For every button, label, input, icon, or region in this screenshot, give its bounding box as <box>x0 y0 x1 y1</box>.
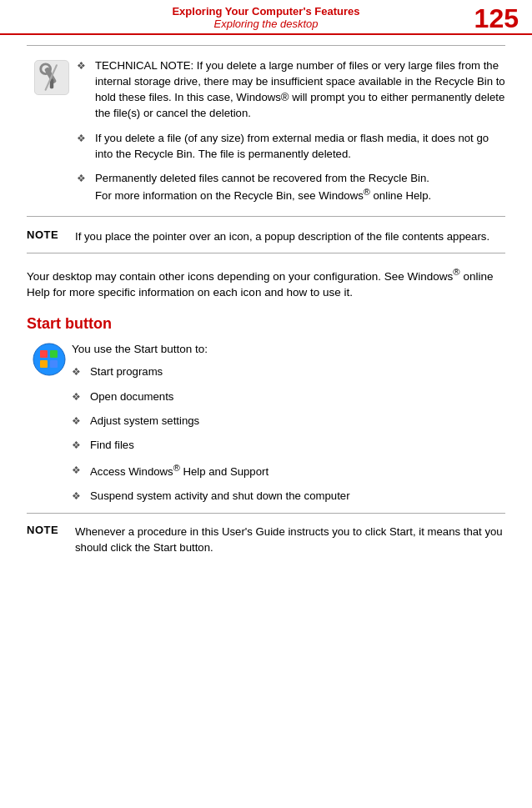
bullet-diamond: ❖ <box>72 414 83 429</box>
bullet-diamond: ❖ <box>77 172 88 204</box>
bullet-diamond: ❖ <box>72 390 83 404</box>
svg-point-5 <box>33 344 65 375</box>
windows-logo-icon <box>33 343 66 376</box>
note-block-2: NOTE Whenever a procedure in this User's… <box>27 513 505 562</box>
start-bullet-list: ❖ Start programs ❖ Open documents ❖ Adju… <box>72 364 505 504</box>
svg-rect-7 <box>50 350 58 358</box>
start-bullet-5: Suspend system activity and shut down th… <box>90 488 350 504</box>
list-item: ❖ If you delete a file (of any size) fro… <box>77 130 505 162</box>
list-item: ❖ Adjust system settings <box>72 413 505 429</box>
start-section: You use the Start button to: ❖ Start pro… <box>27 341 505 504</box>
svg-rect-9 <box>50 360 58 368</box>
page-header: Exploring Your Computer's Features Explo… <box>0 0 532 35</box>
wrench-icon <box>33 59 70 96</box>
note-text-2: Whenever a procedure in this User's Guid… <box>75 524 505 555</box>
bullet-diamond: ❖ <box>72 365 83 379</box>
list-item: ❖ Open documents <box>72 389 505 404</box>
list-item: ❖ TECHNICAL NOTE: If you delete a large … <box>77 58 505 122</box>
list-item: ❖ Start programs <box>72 364 505 379</box>
bullet-diamond: ❖ <box>72 489 83 504</box>
bullet-diamond: ❖ <box>77 132 88 162</box>
start-icon-container <box>27 341 72 376</box>
tech-note-box: ❖ TECHNICAL NOTE: If you delete a large … <box>27 45 505 217</box>
list-item: ❖ Find files <box>72 437 505 453</box>
start-bullet-2: Adjust system settings <box>90 413 199 429</box>
svg-rect-8 <box>40 360 48 368</box>
section-title: Exploring the desktop <box>8 18 524 30</box>
page-number: 125 <box>474 5 519 32</box>
start-bullet-1: Open documents <box>90 389 173 404</box>
tech-note-list: ❖ TECHNICAL NOTE: If you delete a large … <box>77 58 505 204</box>
tech-note-text-1: TECHNICAL NOTE: If you delete a large nu… <box>95 58 505 122</box>
tech-note-content: ❖ TECHNICAL NOTE: If you delete a large … <box>77 58 505 204</box>
body-paragraph: Your desktop may contain other icons dep… <box>27 265 505 302</box>
list-item: ❖ Suspend system activity and shut down … <box>72 488 505 504</box>
list-item: ❖ Permanently deleted files cannot be re… <box>77 170 505 204</box>
note-label-1: NOTE <box>27 228 75 244</box>
start-button-heading: Start button <box>27 315 505 333</box>
svg-rect-6 <box>40 350 48 358</box>
main-content: ❖ TECHNICAL NOTE: If you delete a large … <box>0 35 532 572</box>
note-block-1: NOTE If you place the pointer over an ic… <box>27 217 505 253</box>
tech-note-text-3: Permanently deleted files cannot be reco… <box>95 170 431 204</box>
tech-note-text-2: If you delete a file (of any size) from … <box>95 130 505 162</box>
list-item: ❖ Access Windows® Help and Support <box>72 462 505 480</box>
tech-note-icon <box>27 58 77 204</box>
start-intro-text: You use the Start button to: <box>72 341 505 358</box>
bullet-diamond: ❖ <box>72 439 83 453</box>
chapter-title: Exploring Your Computer's Features <box>8 5 524 18</box>
start-bullet-3: Find files <box>90 437 134 453</box>
start-content: You use the Start button to: ❖ Start pro… <box>72 341 505 504</box>
start-bullet-4: Access Windows® Help and Support <box>90 462 269 480</box>
bullet-diamond: ❖ <box>77 59 88 122</box>
bullet-diamond: ❖ <box>72 464 83 480</box>
start-bullet-0: Start programs <box>90 364 163 379</box>
note-text-1: If you place the pointer over an icon, a… <box>75 228 505 244</box>
note-label-2: NOTE <box>27 524 75 555</box>
